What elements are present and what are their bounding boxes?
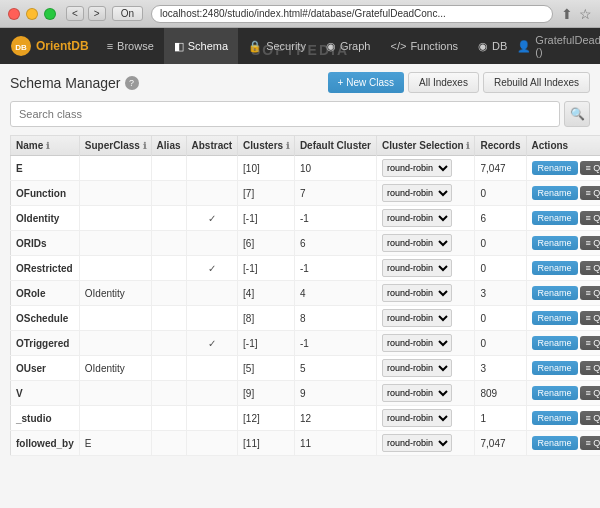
cell-superclass: [79, 256, 151, 281]
cell-name: OSchedule: [11, 306, 80, 331]
col-clusters-info[interactable]: ℹ: [286, 141, 289, 151]
cell-name: ORestricted: [11, 256, 80, 281]
action-buttons: Rename ≡ Query All + New Record 🗑 Drop: [532, 286, 601, 300]
cluster-selection-select[interactable]: round-robin: [382, 309, 452, 327]
cell-clusters: [-1]: [238, 331, 295, 356]
back-button[interactable]: <: [66, 6, 84, 21]
rename-button[interactable]: Rename: [532, 161, 578, 175]
table-row: OUser OIdentity [5] 5 round-robin 3 Rena…: [11, 356, 601, 381]
rename-button[interactable]: Rename: [532, 311, 578, 325]
cell-records: 1: [475, 406, 526, 431]
col-abstract: Abstract: [186, 136, 238, 156]
cluster-selection-select[interactable]: round-robin: [382, 284, 452, 302]
query-all-button[interactable]: ≡ Query All: [580, 361, 600, 375]
nav-functions[interactable]: </> Functions: [380, 28, 468, 64]
query-all-button[interactable]: ≡ Query All: [580, 261, 600, 275]
rename-button[interactable]: Rename: [532, 236, 578, 250]
nav-graph[interactable]: ◉ Graph: [316, 28, 381, 64]
maximize-button[interactable]: [44, 8, 56, 20]
help-mark: ?: [129, 78, 134, 88]
col-clusters: Clusters ℹ: [238, 136, 295, 156]
help-icon[interactable]: ?: [125, 76, 139, 90]
share-icon[interactable]: ⬆: [561, 6, 573, 22]
table-row: E [10] 10 round-robin 7,047 Rename ≡ Que…: [11, 156, 601, 181]
new-class-button[interactable]: + New Class: [328, 72, 404, 93]
search-button[interactable]: 🔍: [564, 101, 590, 127]
browser-tab[interactable]: On: [112, 6, 143, 21]
table-row: ORIDs [6] 6 round-robin 0 Rename ≡ Query…: [11, 231, 601, 256]
col-cs-info[interactable]: ℹ: [466, 141, 469, 151]
rename-button[interactable]: Rename: [532, 286, 578, 300]
functions-icon: </>: [390, 40, 406, 52]
all-indexes-button[interactable]: All Indexes: [408, 72, 479, 93]
query-all-button[interactable]: ≡ Query All: [580, 161, 600, 175]
query-all-button[interactable]: ≡ Query All: [580, 211, 600, 225]
minimize-button[interactable]: [26, 8, 38, 20]
col-alias: Alias: [151, 136, 186, 156]
nav-db[interactable]: ◉ DB: [468, 28, 517, 64]
query-all-button[interactable]: ≡ Query All: [580, 311, 600, 325]
query-all-button[interactable]: ≡ Query All: [580, 411, 600, 425]
forward-button[interactable]: >: [88, 6, 106, 21]
rename-button[interactable]: Rename: [532, 186, 578, 200]
rename-button[interactable]: Rename: [532, 211, 578, 225]
cluster-selection-select[interactable]: round-robin: [382, 259, 452, 277]
rename-button[interactable]: Rename: [532, 436, 578, 450]
cell-cluster-selection: round-robin: [377, 281, 475, 306]
url-bar[interactable]: localhost:2480/studio/index.html#/databa…: [151, 5, 553, 23]
query-all-button[interactable]: ≡ Query All: [580, 386, 600, 400]
cell-name: E: [11, 156, 80, 181]
cluster-selection-select[interactable]: round-robin: [382, 184, 452, 202]
rename-button[interactable]: Rename: [532, 261, 578, 275]
bookmark-icon[interactable]: ☆: [579, 6, 592, 22]
table-row: followed_by E [11] 11 round-robin 7,047 …: [11, 431, 601, 456]
user-label: GratefulDeadConcerts (): [535, 34, 600, 58]
cluster-selection-select[interactable]: round-robin: [382, 334, 452, 352]
logo-text: OrientDB: [36, 39, 89, 53]
query-all-button[interactable]: ≡ Query All: [580, 436, 600, 450]
rename-button[interactable]: Rename: [532, 411, 578, 425]
svg-text:DB: DB: [15, 43, 27, 52]
table-row: OIdentity ✓ [-1] -1 round-robin 6 Rename…: [11, 206, 601, 231]
nav-browse[interactable]: ≡ Browse: [97, 28, 164, 64]
nav-schema[interactable]: ◧ Schema: [164, 28, 238, 64]
cell-alias: [151, 406, 186, 431]
rebuild-all-button[interactable]: Rebuild All Indexes: [483, 72, 590, 93]
query-all-button[interactable]: ≡ Query All: [580, 186, 600, 200]
cell-abstract: [186, 406, 238, 431]
query-all-button[interactable]: ≡ Query All: [580, 236, 600, 250]
search-input[interactable]: [10, 101, 560, 127]
cell-clusters: [6]: [238, 231, 295, 256]
cluster-selection-select[interactable]: round-robin: [382, 234, 452, 252]
col-superclass-info[interactable]: ℹ: [143, 141, 146, 151]
cluster-selection-select[interactable]: round-robin: [382, 209, 452, 227]
nav-security[interactable]: 🔒 Security: [238, 28, 316, 64]
cell-alias: [151, 231, 186, 256]
action-buttons: Rename ≡ Query All + New Record 🗑 Drop: [532, 261, 601, 275]
app-logo: DB OrientDB: [10, 35, 89, 57]
cluster-selection-select[interactable]: round-robin: [382, 359, 452, 377]
cell-clusters: [11]: [238, 431, 295, 456]
cell-clusters: [-1]: [238, 256, 295, 281]
cluster-selection-select[interactable]: round-robin: [382, 159, 452, 177]
cell-records: 809: [475, 381, 526, 406]
query-all-button[interactable]: ≡ Query All: [580, 336, 600, 350]
cell-default-cluster: 8: [294, 306, 376, 331]
cluster-selection-select[interactable]: round-robin: [382, 409, 452, 427]
rename-button[interactable]: Rename: [532, 386, 578, 400]
rename-button[interactable]: Rename: [532, 361, 578, 375]
cluster-selection-select[interactable]: round-robin: [382, 434, 452, 452]
action-buttons: Rename ≡ Query All + New Record 🗑 Drop: [532, 211, 601, 225]
titlebar: < > On localhost:2480/studio/index.html#…: [0, 0, 600, 28]
window-controls: [8, 8, 56, 20]
cluster-selection-select[interactable]: round-robin: [382, 384, 452, 402]
close-button[interactable]: [8, 8, 20, 20]
col-name-info[interactable]: ℹ: [46, 141, 49, 151]
cell-clusters: [10]: [238, 156, 295, 181]
cell-records: 0: [475, 306, 526, 331]
rename-button[interactable]: Rename: [532, 336, 578, 350]
cell-actions: Rename ≡ Query All + New Record 🗑 Drop: [526, 406, 600, 431]
action-buttons: Rename ≡ Query All + New Record 🗑 Drop: [532, 411, 601, 425]
query-all-button[interactable]: ≡ Query All: [580, 286, 600, 300]
table-header-row: Name ℹ SuperClass ℹ Alias Abstract Clust…: [11, 136, 601, 156]
